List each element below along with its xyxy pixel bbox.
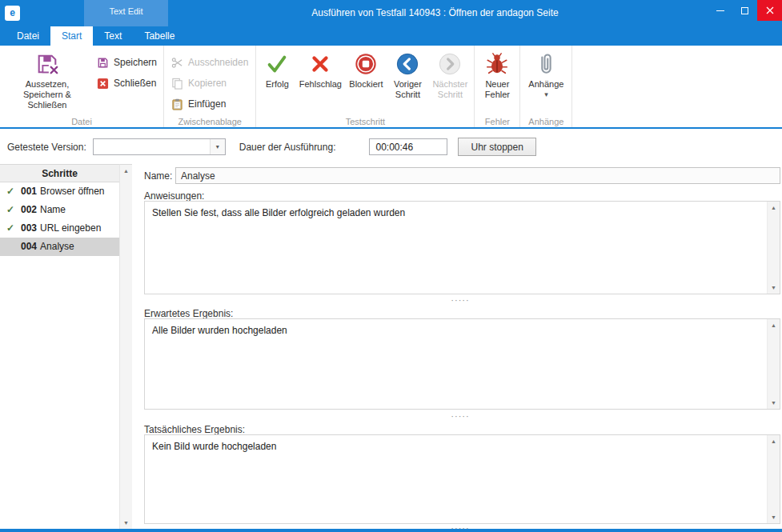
- ribbon-group-fehler: Neuer Fehler Fehler: [475, 46, 520, 127]
- success-check-icon: [265, 51, 289, 77]
- combo-dropdown-icon[interactable]: ▾: [210, 139, 225, 154]
- bug-icon: [485, 51, 509, 77]
- scissors-icon: [171, 57, 183, 69]
- step-item-003[interactable]: ✓ 003URL eingeben: [0, 219, 119, 238]
- duration-label: Dauer der Ausführung:: [239, 142, 336, 153]
- erwartetes-box: Alle Bilder wurden hochgeladen ▲ ▼: [144, 318, 780, 410]
- tab-tabelle[interactable]: Tabelle: [133, 26, 186, 46]
- anweisungen-scrollbar[interactable]: ▲ ▼: [767, 202, 780, 294]
- ribbon: Aussetzen, Speichern & Schließen Speiche…: [0, 46, 782, 129]
- version-combobox[interactable]: ▾: [93, 138, 226, 155]
- button-label: Fehlschlag: [299, 79, 342, 90]
- ribbon-group-testschritt: Erfolg Fehlschlag Blockiert: [256, 46, 475, 127]
- kopieren-button[interactable]: Kopieren: [166, 73, 253, 94]
- scroll-down-icon[interactable]: ▼: [120, 517, 132, 529]
- step-item-004[interactable]: 004Analyse: [0, 238, 119, 256]
- name-row: Name:: [144, 167, 780, 184]
- erfolg-button[interactable]: Erfolg: [259, 47, 295, 116]
- titlebar: Text Edit e Ausführen von Testfall 14094…: [0, 0, 782, 26]
- erwartetes-scrollbar[interactable]: ▲ ▼: [767, 319, 780, 409]
- step-item-001[interactable]: ✓ 001Browser öffnen: [0, 182, 119, 201]
- steps-header: Schritte: [0, 165, 119, 182]
- minimize-icon: [716, 10, 724, 11]
- tab-text[interactable]: Text: [93, 26, 133, 46]
- tab-start[interactable]: Start: [50, 26, 93, 46]
- anweisungen-textarea[interactable]: Stellen Sie fest, dass alle Bilder erfol…: [145, 202, 767, 294]
- contextual-tab-header: Text Edit: [84, 0, 168, 26]
- app-icon[interactable]: e: [5, 6, 20, 21]
- voriger-schritt-button[interactable]: Voriger Schritt: [387, 47, 428, 116]
- group-label: Anhänge: [520, 117, 571, 126]
- blockiert-button[interactable]: Blockiert: [345, 47, 387, 116]
- button-label: Erfolg: [266, 79, 289, 90]
- step-item-002[interactable]: ✓ 002Name: [0, 201, 119, 219]
- button-label: Einfügen: [188, 98, 226, 110]
- scroll-down-icon[interactable]: ▼: [768, 511, 780, 523]
- ribbon-group-anhaenge: Anhänge ▾ Anhänge: [520, 46, 572, 127]
- duration-input[interactable]: [369, 138, 447, 155]
- naechster-schritt-button[interactable]: Nächster Schritt: [428, 47, 471, 116]
- group-label: Datei: [0, 117, 163, 126]
- splitter-handle[interactable]: ·····: [140, 414, 780, 421]
- close-icon: [766, 6, 774, 14]
- fail-x-icon: [308, 51, 332, 77]
- step-label: Browser öffnen: [40, 186, 105, 197]
- button-label: Kopieren: [188, 78, 227, 89]
- button-label: Schließen: [114, 78, 156, 89]
- step-label: Name: [40, 204, 66, 215]
- aussetzen-speichern-schliessen-button[interactable]: Aussetzen, Speichern & Schließen: [2, 47, 92, 116]
- window-controls: [708, 0, 782, 21]
- step-label: URL eingeben: [40, 222, 101, 234]
- scroll-up-icon[interactable]: ▲: [120, 165, 132, 177]
- scroll-down-icon[interactable]: ▼: [768, 397, 780, 409]
- group-label: Zwischenablage: [164, 117, 255, 126]
- erwartetes-textarea[interactable]: Alle Bilder wurden hochgeladen: [145, 319, 767, 409]
- fehlschlag-button[interactable]: Fehlschlag: [295, 47, 345, 116]
- scroll-up-icon[interactable]: ▲: [768, 319, 780, 331]
- ribbon-spacer: [572, 46, 782, 127]
- minimize-button[interactable]: [708, 0, 732, 21]
- anweisungen-box: Stellen Sie fest, dass alle Bilder erfol…: [144, 201, 780, 294]
- name-input[interactable]: [175, 167, 780, 184]
- close-button[interactable]: [757, 0, 782, 21]
- paperclip-icon: [535, 51, 556, 77]
- splitter-handle[interactable]: ·····: [140, 298, 780, 305]
- button-label: Blockiert: [349, 79, 383, 90]
- ausschneiden-button[interactable]: Ausschneiden: [166, 52, 253, 73]
- scroll-down-icon[interactable]: ▼: [768, 282, 780, 294]
- check-icon: ✓: [6, 182, 14, 201]
- neuer-fehler-button[interactable]: Neuer Fehler: [477, 47, 517, 116]
- previous-arrow-icon: [395, 51, 419, 77]
- scroll-up-icon[interactable]: ▲: [768, 435, 780, 447]
- version-value: [94, 139, 210, 154]
- stop-clock-button[interactable]: Uhr stoppen: [458, 138, 535, 156]
- group-label: Fehler: [475, 117, 519, 126]
- speichern-button[interactable]: Speichern: [92, 52, 161, 73]
- button-label: Voriger Schritt: [389, 79, 426, 100]
- steps-panel: Schritte ✓ 001Browser öffnen ✓ 002Name ✓…: [0, 164, 119, 529]
- step-detail-form: Name: Anweisungen: Stellen Sie fest, das…: [140, 164, 780, 529]
- ribbon-group-datei: Aussetzen, Speichern & Schließen Speiche…: [0, 46, 164, 127]
- group-label: Testschritt: [256, 117, 474, 126]
- step-label: Analyse: [40, 241, 74, 252]
- erwartetes-label: Erwartetes Ergebnis:: [144, 308, 233, 319]
- tab-datei[interactable]: Datei: [6, 26, 50, 46]
- maximize-button[interactable]: [732, 0, 757, 21]
- window-bottom-border: [0, 529, 782, 532]
- anhaenge-button[interactable]: Anhänge ▾: [523, 47, 569, 116]
- version-label: Getestete Version:: [7, 142, 86, 153]
- copy-icon: [171, 78, 183, 90]
- tatsaechliches-textarea[interactable]: Kein Bild wurde hochgeladen: [145, 435, 767, 523]
- schliessen-button[interactable]: Schließen: [92, 73, 161, 94]
- check-icon: ✓: [6, 201, 14, 219]
- tatsaechliches-scrollbar[interactable]: ▲ ▼: [767, 435, 780, 523]
- button-label: Nächster Schritt: [431, 79, 469, 100]
- step-number: 001: [21, 186, 37, 197]
- close-red-icon: [97, 78, 109, 90]
- button-label: Anhänge: [528, 79, 563, 90]
- einfuegen-button[interactable]: Einfügen: [166, 94, 253, 114]
- steps-scrollbar[interactable]: ▲ ▼: [119, 164, 132, 529]
- anweisungen-label: Anweisungen:: [144, 190, 204, 202]
- scroll-up-icon[interactable]: ▲: [768, 202, 780, 214]
- button-label: Neuer Fehler: [479, 79, 515, 100]
